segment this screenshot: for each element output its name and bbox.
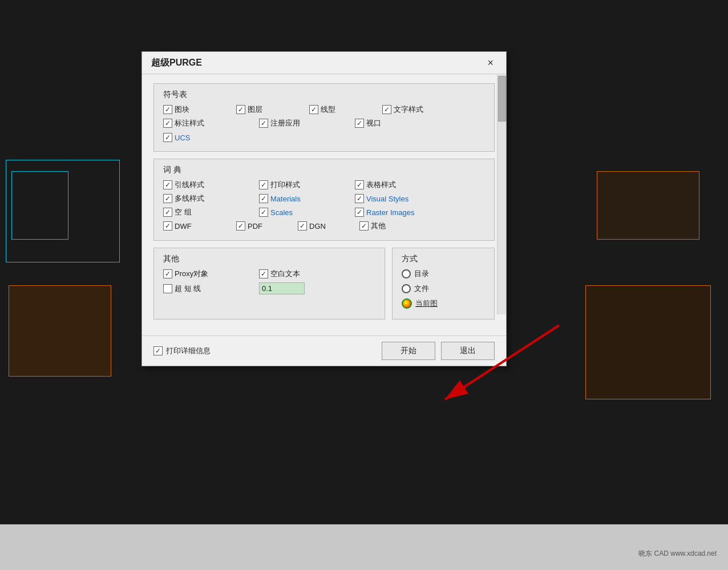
cb-item-ucs: UCS: [163, 133, 232, 142]
cb-other2[interactable]: [359, 221, 369, 231]
cb-item-other2: 其他: [359, 221, 428, 231]
cb-print-info[interactable]: [153, 346, 163, 355]
dialog-scrollbar[interactable]: [497, 75, 506, 314]
cb-ucs[interactable]: [163, 133, 172, 142]
cb-dgn[interactable]: [298, 221, 307, 231]
cb-item-layers: 图层: [236, 104, 305, 115]
cb-item-regapps: 注册应用: [259, 118, 350, 128]
cb-textstyles-label: 文字样式: [394, 104, 423, 115]
cb-visualstyles[interactable]: [355, 194, 364, 203]
cad-drawing-right-top: [597, 171, 699, 240]
cb-blocks[interactable]: [163, 105, 172, 114]
cb-groups-label: 空 组: [175, 207, 192, 217]
cb-item-plotstyles: 打印样式: [259, 180, 350, 190]
radio-file[interactable]: [402, 284, 411, 293]
cad-drawing-right-bottom: [585, 285, 711, 399]
cb-scales[interactable]: [259, 208, 268, 217]
other-row2: 超 短 线: [163, 282, 375, 294]
cb-tablestyles-label: 表格样式: [366, 180, 396, 190]
dialog-footer: 打印详细信息 开始 退出: [142, 335, 506, 366]
cb-item-viewports: 视口: [355, 118, 423, 128]
shortlines-input[interactable]: [259, 282, 305, 294]
cb-materials-label: Materials: [270, 195, 301, 203]
cb-visualstyles-label: Visual Styles: [366, 195, 409, 203]
cb-item-blocks: 图块: [163, 104, 232, 115]
cb-rasterimages[interactable]: [355, 208, 364, 217]
cb-shortlines[interactable]: [163, 284, 172, 293]
cb-leaders[interactable]: [163, 180, 172, 189]
cb-pdf[interactable]: [236, 221, 245, 231]
cb-item-dimstyles: 标注样式: [163, 118, 254, 128]
dialog: 超级PURGE × 符号表 图块 图层 线型: [141, 51, 507, 366]
cb-plotstyles[interactable]: [259, 180, 268, 189]
symbol-row2: 标注样式 注册应用 视口 UCS: [163, 118, 485, 142]
symbol-row1: 图块 图层 线型 文字样式: [163, 104, 485, 115]
cb-textstyles[interactable]: [382, 105, 391, 114]
cb-print-info-label: 打印详细信息: [166, 346, 211, 356]
cad-drawing-orange-left: [9, 285, 111, 377]
cb-blocks-label: 图块: [175, 104, 189, 115]
cb-mlinestyles-label: 多线样式: [175, 193, 204, 204]
exit-button[interactable]: 退出: [441, 342, 495, 360]
dialog-titlebar: 超级PURGE ×: [142, 52, 506, 74]
section-mode-label: 方式: [402, 254, 485, 264]
radio-dir[interactable]: [402, 269, 411, 278]
radio-current[interactable]: [402, 298, 412, 309]
cb-linetypes-label: 线型: [321, 104, 335, 115]
cb-item-textstyles: 文字样式: [382, 104, 474, 115]
cb-groups[interactable]: [163, 208, 172, 217]
radio-file-label: 文件: [414, 284, 429, 294]
dict-row2: 多线样式 Materials Visual Styles: [163, 193, 485, 204]
start-button[interactable]: 开始: [382, 342, 435, 360]
cb-viewports[interactable]: [355, 119, 364, 128]
cb-item-dwf: DWF: [163, 221, 232, 231]
cb-proxy-label: Proxy对象: [175, 269, 208, 279]
cb-dwf-label: DWF: [175, 222, 192, 231]
cb-materials[interactable]: [259, 194, 268, 203]
cb-item-mlinestyles: 多线样式: [163, 193, 254, 204]
cb-mlinestyles[interactable]: [163, 194, 172, 203]
radio-dir-label: 目录: [414, 269, 429, 279]
cb-linetypes[interactable]: [309, 105, 318, 114]
close-button[interactable]: ×: [484, 56, 497, 69]
radio-current-label: 当前图: [415, 298, 438, 309]
cb-other2-label: 其他: [371, 221, 386, 231]
cb-dgn-label: DGN: [309, 222, 326, 231]
cb-item-rasterimages: Raster Images: [355, 208, 446, 217]
radio-item-dir: 目录: [402, 269, 485, 279]
cb-item-proxy: Proxy对象: [163, 269, 254, 279]
cb-scales-label: Scales: [270, 208, 293, 217]
cb-item-tablestyles: 表格样式: [355, 180, 446, 190]
cb-dimstyles[interactable]: [163, 119, 172, 128]
watermark-text: 晓东 CAD: [638, 549, 669, 557]
cb-proxy[interactable]: [163, 269, 172, 278]
bottom-band: [0, 524, 728, 570]
watermark: 晓东 CAD www.xdcad.net: [638, 549, 717, 559]
cb-item-groups: 空 组: [163, 207, 254, 217]
section-symbol-label: 符号表: [163, 90, 485, 100]
section-other: 其他 Proxy对象 空白文本 超 短 线: [153, 248, 385, 320]
cb-item-dgn: DGN: [298, 221, 355, 231]
dialog-body: 符号表 图块 图层 线型 文字样式: [142, 74, 506, 335]
cb-dwf[interactable]: [163, 221, 172, 231]
cb-tablestyles[interactable]: [355, 180, 364, 189]
cb-regapps-label: 注册应用: [270, 118, 300, 128]
section-symbol-table: 符号表 图块 图层 线型 文字样式: [153, 83, 495, 152]
scrollbar-thumb[interactable]: [498, 76, 506, 122]
radio-item-current: 当前图: [402, 298, 485, 309]
cb-viewports-label: 视口: [366, 118, 381, 128]
dict-row3: 空 组 Scales Raster Images: [163, 207, 485, 217]
cb-layers[interactable]: [236, 105, 245, 114]
cb-regapps[interactable]: [259, 119, 268, 128]
section-dictionary: 词 典 引线样式 打印样式 表格样式: [153, 159, 495, 241]
other-row1: Proxy对象 空白文本: [163, 269, 375, 279]
cb-blank[interactable]: [259, 269, 268, 278]
cb-item-blank: 空白文本: [259, 269, 350, 279]
section-mode: 方式 目录 文件 当前图: [392, 248, 495, 320]
cb-item-pdf: PDF: [236, 221, 293, 231]
cb-rasterimages-label: Raster Images: [366, 208, 415, 217]
cb-pdf-label: PDF: [248, 222, 262, 231]
cad-drawing-inner: [11, 171, 68, 240]
footer-left: 打印详细信息: [153, 346, 376, 356]
cb-dimstyles-label: 标注样式: [175, 118, 204, 128]
